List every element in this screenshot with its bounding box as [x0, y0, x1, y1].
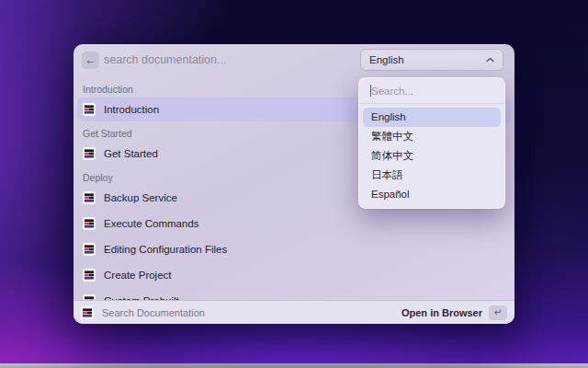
zeabur-logo-icon: [83, 103, 96, 116]
zeabur-logo-icon: [83, 217, 96, 230]
dropdown-search[interactable]: [359, 78, 504, 103]
language-option-simplified-chinese[interactable]: 简体中文: [363, 146, 501, 166]
zeabur-logo-icon: [83, 191, 96, 204]
language-options-list: English 繁體中文 简体中文 日本語 Español: [359, 104, 504, 208]
footer-title: Search Documentation: [102, 307, 401, 318]
back-arrow-icon: ←: [85, 53, 96, 66]
dropdown-search-input[interactable]: [359, 78, 504, 103]
language-select[interactable]: English: [360, 49, 503, 71]
language-option-traditional-chinese[interactable]: 繁體中文: [363, 127, 501, 146]
back-button[interactable]: ←: [82, 52, 99, 69]
list-item[interactable]: Create Project: [77, 263, 511, 287]
text-cursor: [370, 85, 371, 97]
open-in-browser-label: Open in Browser: [401, 307, 482, 318]
zeabur-logo-icon: [81, 306, 94, 319]
zeabur-logo-icon: [83, 269, 96, 282]
list-item[interactable]: Execute Commands: [77, 212, 511, 236]
footer-bar: Search Documentation Open in Browser ↵: [74, 300, 514, 324]
language-select-value: English: [369, 54, 404, 65]
list-item-label: Editing Configuration Files: [104, 244, 227, 255]
language-option-spanish[interactable]: Español: [363, 185, 501, 204]
list-item-label: Get Started: [104, 148, 158, 159]
list-item[interactable]: Custom Prebuilt: [77, 289, 511, 300]
search-input[interactable]: [104, 51, 361, 69]
language-dropdown: English 繁體中文 简体中文 日本語 Español: [358, 77, 505, 209]
list-item[interactable]: Editing Configuration Files: [77, 237, 511, 261]
taskbar-strip: [0, 363, 588, 368]
list-item-label: Backup Service: [104, 192, 177, 203]
list-item-label: Create Project: [104, 270, 172, 281]
zeabur-logo-icon: [83, 147, 96, 160]
zeabur-logo-icon: [83, 243, 96, 256]
enter-key-icon: ↵: [489, 305, 507, 320]
list-item-label: Introduction: [104, 104, 159, 115]
chevron-up-icon: [486, 57, 494, 63]
search-documentation-window: ← English Introduction Introduction Get …: [74, 44, 514, 324]
open-in-browser-action[interactable]: Open in Browser ↵: [401, 305, 507, 320]
desktop-wallpaper: ← English Introduction Introduction Get …: [0, 0, 588, 368]
language-option-japanese[interactable]: 日本語: [363, 166, 501, 185]
language-option-english[interactable]: English: [363, 108, 501, 127]
list-item-label: Execute Commands: [104, 218, 199, 229]
